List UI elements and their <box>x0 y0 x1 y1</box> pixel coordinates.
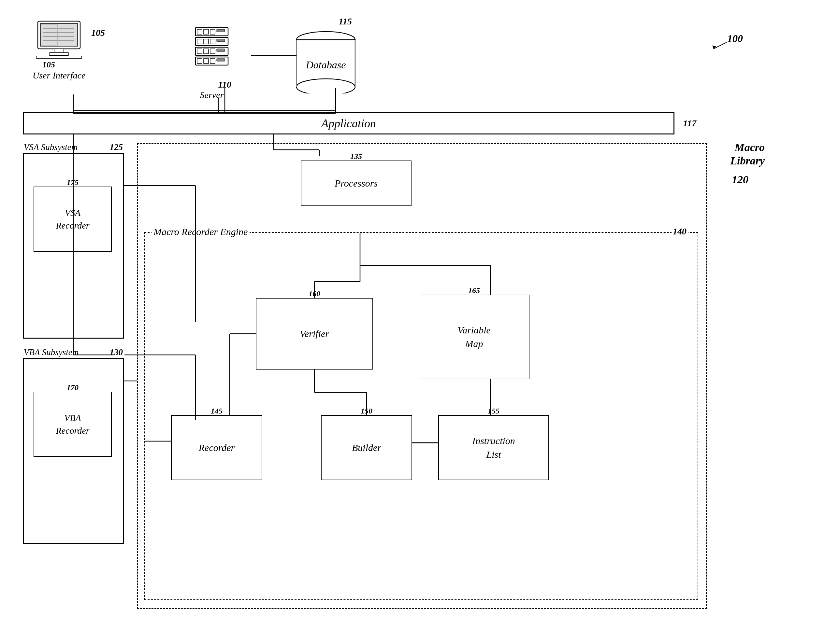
vba-subsystem: VBA Subsystem 130 170 VBARecorder <box>23 358 124 544</box>
svg-rect-41 <box>197 29 202 34</box>
arrow-100 <box>710 39 730 52</box>
svg-rect-59 <box>217 58 225 61</box>
vsa-subsystem-number: 125 <box>110 142 123 152</box>
vba-recorder-box: 170 VBARecorder <box>34 392 112 457</box>
macro-library-number: 120 <box>732 173 749 186</box>
svg-point-62 <box>297 79 355 94</box>
database-component: 115 Database <box>293 16 358 107</box>
application-number: 117 <box>683 118 696 129</box>
vsa-recorder-label: VSARecorder <box>56 206 89 232</box>
instruction-list-number: 155 <box>488 407 500 416</box>
builder-label: Builder <box>352 442 381 453</box>
svg-rect-32 <box>49 53 69 55</box>
mre-label: Macro Recorder Engine <box>152 226 250 237</box>
vsa-recorder-box: 175 VSARecorder <box>34 187 112 251</box>
macro-library-label: MacroLibrary <box>730 141 765 168</box>
svg-rect-53 <box>210 49 215 54</box>
instruction-list-label: InstructionList <box>472 434 515 462</box>
svg-rect-31 <box>54 49 64 53</box>
vsa-subsystem-label: VSA Subsystem <box>24 142 78 152</box>
server-component: 110 Server <box>189 26 235 100</box>
verifier-number: 160 <box>309 290 320 298</box>
svg-line-65 <box>713 42 727 49</box>
server-number: 110 <box>189 80 231 90</box>
variable-map-box: 165 VariableMap <box>419 294 529 379</box>
user-interface-component: 105 User Interface <box>32 20 86 81</box>
svg-rect-44 <box>217 29 225 32</box>
diagram-container: 105 User Interface 105 <box>13 13 808 629</box>
svg-rect-43 <box>210 29 215 34</box>
ui-number: 105 <box>42 60 86 70</box>
vba-recorder-label: VBARecorder <box>56 411 89 437</box>
variable-map-number: 165 <box>468 286 480 295</box>
macro-recorder-engine: Macro Recorder Engine 140 <box>145 232 698 600</box>
svg-rect-47 <box>204 39 209 44</box>
svg-rect-51 <box>197 49 202 54</box>
svg-rect-49 <box>217 39 225 42</box>
svg-rect-52 <box>204 49 209 54</box>
svg-rect-42 <box>204 29 209 34</box>
processors-label: Processors <box>335 178 378 189</box>
svg-rect-33 <box>36 56 82 58</box>
application-bar: Application 117 <box>23 112 675 135</box>
verifier-box: 160 Verifier <box>256 298 373 370</box>
vba-recorder-number: 170 <box>67 383 78 392</box>
svg-rect-57 <box>204 58 209 63</box>
svg-rect-46 <box>197 39 202 44</box>
vsa-recorder-number: 175 <box>67 178 78 187</box>
vsa-subsystem: VSA Subsystem 125 175 VSARecorder <box>23 153 124 339</box>
vba-subsystem-number: 130 <box>110 347 123 357</box>
recorder-number: 145 <box>211 407 223 416</box>
processors-number: 135 <box>350 152 362 161</box>
computer-icon <box>35 20 83 58</box>
application-label: Application <box>321 117 376 130</box>
variable-map-label: VariableMap <box>457 323 491 351</box>
svg-rect-30 <box>40 23 78 46</box>
svg-rect-54 <box>217 49 225 51</box>
vba-subsystem-label: VBA Subsystem <box>24 347 78 357</box>
svg-rect-58 <box>210 58 215 63</box>
database-number: 115 <box>293 16 352 27</box>
instruction-list-box: 155 InstructionList <box>438 415 549 480</box>
recorder-label: Recorder <box>199 442 235 453</box>
database-label: Database <box>293 59 358 71</box>
user-interface-label: User Interface <box>32 71 86 81</box>
builder-box: 150 Builder <box>321 415 412 480</box>
macro-library-area: MacroLibrary 120 135 Processors Macro Re… <box>137 143 707 609</box>
server-icon <box>189 26 235 78</box>
main-area: VSA Subsystem 125 175 VSARecorder VBA Su… <box>13 140 730 615</box>
recorder-box: 145 Recorder <box>171 415 262 480</box>
mre-number: 140 <box>672 226 688 237</box>
verifier-label: Verifier <box>300 328 329 339</box>
svg-rect-56 <box>197 58 202 63</box>
builder-number: 150 <box>361 407 372 416</box>
ui-number-label: 105 <box>91 28 105 38</box>
svg-rect-48 <box>210 39 215 44</box>
server-label: Server <box>189 90 235 100</box>
processors-box: 135 Processors <box>301 161 412 206</box>
